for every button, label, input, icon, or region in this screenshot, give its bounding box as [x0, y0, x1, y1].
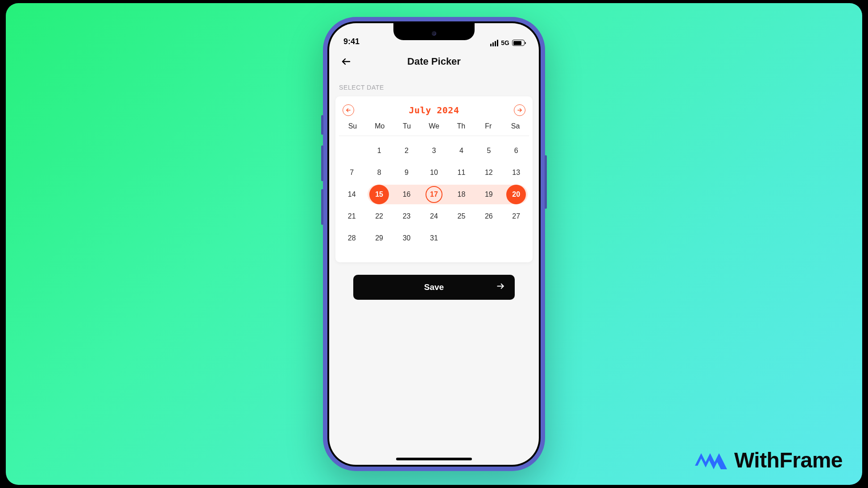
arrow-right-icon	[496, 282, 505, 293]
phone-volume-down	[321, 189, 323, 225]
calendar-day[interactable]: 9	[393, 163, 420, 182]
calendar-day[interactable]: 5	[475, 141, 502, 161]
calendar-week-row: 14151617181920	[338, 183, 530, 205]
calendar-week-row: 123456	[338, 140, 530, 161]
calendar-day[interactable]: 28	[338, 228, 365, 248]
calendar-day[interactable]: 20	[503, 185, 530, 204]
dow-cell: Fr	[475, 122, 502, 130]
save-button[interactable]: Save	[353, 275, 515, 300]
calendar-day[interactable]: 16	[393, 185, 420, 204]
phone-notch	[393, 23, 475, 40]
calendar-day[interactable]: 30	[393, 228, 420, 248]
calendar-day[interactable]: 8	[365, 163, 393, 182]
calendar-grid: 1234567891011121314151617181920212223242…	[338, 136, 530, 249]
calendar-day[interactable]: 23	[393, 207, 420, 226]
phone-frame: 9:41 5G Dat	[323, 17, 545, 471]
calendar-day[interactable]: 17	[420, 186, 447, 203]
dow-cell: Mo	[366, 122, 393, 130]
calendar-day[interactable]: 1	[365, 141, 393, 161]
page-title: Date Picker	[354, 56, 514, 67]
calendar-day[interactable]: 13	[503, 163, 530, 182]
dow-cell: Th	[447, 122, 475, 130]
calendar-day[interactable]: 26	[475, 207, 502, 226]
phone-screen: 9:41 5G Dat	[329, 23, 539, 465]
promo-stage: 9:41 5G Dat	[6, 3, 862, 485]
app-header: Date Picker	[329, 48, 539, 77]
calendar-day[interactable]: 7	[338, 163, 365, 182]
signal-icon	[490, 40, 498, 46]
section-label: SELECT DATE	[335, 80, 533, 96]
calendar-day[interactable]: 25	[448, 207, 475, 226]
watermark-text: WithFrame	[734, 448, 843, 472]
battery-icon	[512, 40, 525, 46]
calendar-day[interactable]: 21	[338, 207, 365, 226]
status-time: 9:41	[343, 37, 360, 46]
calendar-day[interactable]: 3	[420, 141, 447, 161]
calendar-week-row: 28293031	[338, 227, 530, 249]
dow-cell: Su	[339, 122, 366, 130]
calendar-day[interactable]: 6	[503, 141, 530, 161]
dow-cell: Tu	[393, 122, 421, 130]
calendar-week-row: 78910111213	[338, 161, 530, 183]
arrow-left-icon	[341, 56, 351, 67]
phone-volume-up	[321, 145, 323, 181]
calendar-day[interactable]: 11	[448, 163, 475, 182]
calendar-day[interactable]: 12	[475, 163, 502, 182]
dow-cell: Sa	[502, 122, 529, 130]
calendar-day[interactable]: 15	[365, 185, 393, 204]
calendar-day[interactable]: 10	[420, 163, 447, 182]
back-button[interactable]	[338, 54, 354, 70]
phone-power-button	[545, 155, 547, 209]
calendar-day[interactable]: 22	[365, 207, 393, 226]
dow-cell: We	[421, 122, 448, 130]
home-indicator	[396, 458, 472, 460]
calendar-day[interactable]: 19	[475, 185, 502, 204]
phone-volume-switch	[321, 115, 323, 135]
month-year-label: July 2024	[409, 105, 459, 116]
calendar-day[interactable]: 27	[503, 207, 530, 226]
date-picker-card: July 2024 SuMoTuWeThFrSa 123456789101112…	[335, 96, 533, 262]
calendar-day[interactable]: 14	[338, 185, 365, 204]
network-label: 5G	[501, 39, 509, 46]
phone-camera	[432, 31, 436, 36]
calendar-week-row: 21222324252627	[338, 205, 530, 227]
arrow-right-circle-icon	[517, 107, 523, 113]
calendar-day[interactable]: 18	[448, 185, 475, 204]
day-of-week-header: SuMoTuWeThFrSa	[339, 122, 529, 136]
calendar-day[interactable]: 4	[448, 141, 475, 161]
calendar-day[interactable]: 31	[420, 228, 447, 248]
watermark: WithFrame	[695, 448, 843, 472]
withframe-logo-icon	[695, 449, 729, 472]
calendar-day[interactable]: 2	[393, 141, 420, 161]
prev-month-button[interactable]	[343, 104, 354, 116]
calendar-day[interactable]: 29	[365, 228, 393, 248]
next-month-button[interactable]	[514, 104, 525, 116]
calendar-day[interactable]: 24	[420, 207, 447, 226]
save-button-label: Save	[424, 282, 444, 292]
arrow-left-circle-icon	[345, 107, 351, 113]
